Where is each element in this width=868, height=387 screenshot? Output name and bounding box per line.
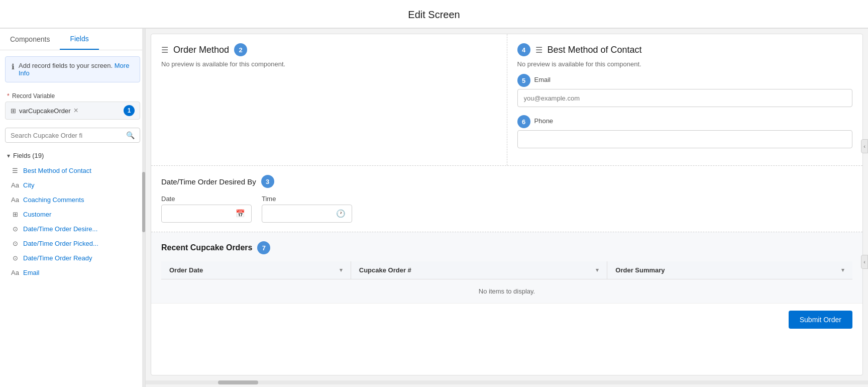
sidebar: Components Fields ℹ Add record fields to… (0, 29, 146, 387)
canvas-inner: ☰ Order Method 2 No preview is available… (151, 34, 863, 375)
datetime-section: Date/Time Order Desired By 3 Date 📅 Time (151, 166, 862, 232)
field-item-customer[interactable]: ⊞ Customer (0, 207, 145, 222)
order-method-cell: ☰ Order Method 2 No preview is available… (151, 34, 507, 165)
email-group: 5 Email (517, 74, 853, 107)
list-icon-best: ☰ (535, 45, 542, 55)
time-label: Time (262, 195, 352, 203)
sidebar-scrollbar-thumb (142, 172, 145, 232)
info-icon: ℹ (12, 62, 15, 71)
list-field-icon: ☰ (11, 167, 19, 174)
field-item-best-method[interactable]: ☰ Best Method of Contact (0, 163, 145, 178)
record-variable-close[interactable]: × (74, 106, 78, 115)
recent-orders-section: Recent Cupcake Orders 7 Order Date ▾ (151, 232, 862, 303)
badge-5: 5 (517, 74, 530, 87)
search-box[interactable]: 🔍 (5, 128, 140, 143)
no-items-text: No items to display. (161, 279, 852, 304)
datetime-field-icon-3: ⊙ (11, 254, 19, 262)
record-variable-name: varCupcakeOrder (19, 107, 71, 115)
bottom-scrollbar[interactable] (146, 380, 868, 384)
sidebar-tabs: Components Fields (0, 29, 145, 50)
record-variable-label: * Record Variable (0, 88, 145, 102)
collapse-handle-top[interactable]: ‹ (861, 139, 868, 153)
badge-2: 2 (234, 43, 247, 56)
date-label: Date (161, 195, 252, 203)
badge-7: 7 (257, 241, 270, 254)
phone-label: Phone (534, 117, 554, 125)
best-method-cell: 4 ☰ Best Method of Contact No preview is… (507, 34, 863, 165)
datetime-fields: Date 📅 Time 🕐 (161, 195, 852, 223)
page-header: Edit Screen (0, 0, 868, 28)
badge-6: 6 (517, 115, 530, 128)
fields-header[interactable]: ▾ Fields (19) (0, 148, 145, 163)
tab-components[interactable]: Components (0, 29, 60, 50)
list-icon-order: ☰ (161, 45, 168, 55)
field-item-city[interactable]: Aa City (0, 178, 145, 192)
page-title: Edit Screen (0, 9, 868, 21)
date-input[interactable]: 📅 (161, 205, 252, 223)
chevron-down-icon: ▾ (7, 152, 10, 159)
record-icon: ⊞ (11, 107, 16, 115)
field-item-email[interactable]: Aa Email (0, 265, 145, 280)
calendar-icon: 📅 (236, 209, 245, 218)
col-chevron-1: ▾ (596, 267, 599, 273)
datetime-field-icon-2: ⊙ (11, 240, 19, 247)
bottom-scrollbar-thumb (218, 380, 258, 384)
order-method-no-preview: No preview is available for this compone… (161, 60, 497, 68)
time-input[interactable]: 🕐 (262, 205, 352, 223)
col-cupcake-order[interactable]: Cupcake Order # ▾ (351, 261, 607, 279)
tab-fields[interactable]: Fields (60, 29, 98, 50)
sidebar-scrollbar[interactable] (142, 29, 145, 387)
canvas-footer: Submit Order (151, 303, 862, 336)
text-field-icon-2: Aa (11, 196, 19, 204)
time-field: Time 🕐 (262, 195, 352, 223)
text-field-icon-3: Aa (11, 269, 19, 276)
field-item-coaching[interactable]: Aa Coaching Comments (0, 192, 145, 207)
col-chevron-2: ▾ (841, 267, 844, 273)
clock-icon: 🕐 (336, 209, 346, 218)
top-section-row: ☰ Order Method 2 No preview is available… (151, 34, 862, 166)
recent-orders-title: Recent Cupcake Orders 7 (161, 241, 852, 254)
text-field-icon: Aa (11, 181, 19, 189)
no-items-row: No items to display. (161, 279, 852, 304)
best-method-no-preview: No preview is available for this compone… (517, 60, 853, 68)
badge-4: 4 (517, 43, 530, 56)
best-method-title: 4 ☰ Best Method of Contact (517, 43, 853, 56)
sidebar-info: ℹ Add record fields to your screen. More… (5, 56, 140, 82)
record-variable-field: ⊞ varCupcakeOrder × 1 (5, 102, 140, 120)
date-field: Date 📅 (161, 195, 252, 223)
field-item-datetime-desired[interactable]: ⊙ Date/Time Order Desire... (0, 222, 145, 236)
email-input[interactable] (517, 89, 853, 107)
canvas: ☰ Order Method 2 No preview is available… (146, 29, 868, 387)
search-icon: 🔍 (126, 131, 135, 139)
col-order-summary[interactable]: Order Summary ▾ (607, 261, 852, 279)
badge-3: 3 (261, 175, 274, 188)
phone-input[interactable] (517, 130, 853, 148)
search-input[interactable] (11, 132, 126, 139)
sidebar-info-text: Add record fields to your screen. More I… (19, 62, 134, 77)
field-item-datetime-ready[interactable]: ⊙ Date/Time Order Ready (0, 251, 145, 265)
record-variable-badge: 1 (124, 105, 135, 116)
datetime-field-icon: ⊙ (11, 225, 19, 233)
field-item-datetime-picked[interactable]: ⊙ Date/Time Order Picked... (0, 236, 145, 251)
phone-group: 6 Phone (517, 115, 853, 148)
col-order-date[interactable]: Order Date ▾ (161, 261, 351, 279)
col-chevron-0: ▾ (340, 267, 343, 273)
order-method-title: ☰ Order Method 2 (161, 43, 497, 56)
submit-order-button[interactable]: Submit Order (789, 311, 852, 329)
collapse-handle-bottom[interactable]: ‹ (861, 255, 868, 269)
datetime-title: Date/Time Order Desired By 3 (161, 175, 852, 188)
fields-section: ▾ Fields (19) ☰ Best Method of Contact A… (0, 148, 145, 387)
record-field-icon: ⊞ (11, 211, 19, 218)
orders-table: Order Date ▾ Cupcake Order # ▾ (161, 261, 852, 303)
email-label: Email (534, 76, 551, 83)
